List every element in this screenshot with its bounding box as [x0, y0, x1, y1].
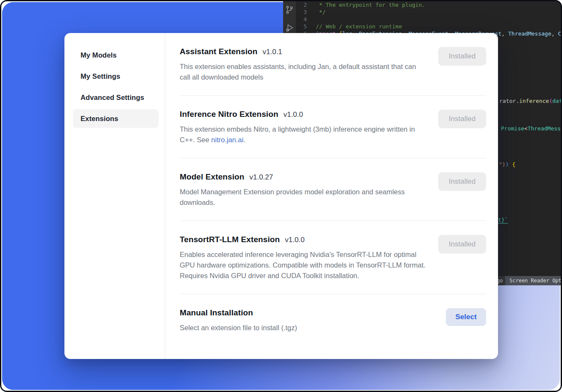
- screen-reader-optimized-badge[interactable]: Screen Reader Optimiz: [505, 276, 562, 285]
- code-fragment: t}`: [498, 216, 508, 224]
- extension-description: Enables accelerated inference leveraging…: [180, 249, 426, 281]
- code-line: 5// Web / extension runtime: [296, 23, 562, 30]
- line-number: 4: [296, 16, 307, 23]
- extension-row-model: Model Extension v1.0.27 Model Management…: [180, 158, 486, 221]
- settings-sidebar: My Models My Settings Advanced Settings …: [64, 33, 165, 359]
- extension-title: Assistant Extension: [180, 47, 258, 56]
- line-number: 3: [296, 8, 307, 16]
- code-fragment: ")) {: [499, 161, 515, 168]
- sidebar-item-extensions[interactable]: Extensions: [73, 109, 159, 128]
- manual-installation-title: Manual Installation: [180, 308, 253, 317]
- extension-title: Model Extension: [180, 172, 244, 182]
- extension-row-assistant: Assistant Extension v1.0.1 This extensio…: [180, 33, 486, 96]
- extension-description: Model Management Extension provides mode…: [180, 187, 426, 208]
- extension-description: This extension enables assistants, inclu…: [180, 61, 426, 83]
- app-screenshot: 2 * The entrypoint for the plugin. 3 */ …: [0, 0, 562, 392]
- extension-title: Inference Nitro Extension: [180, 110, 278, 119]
- code-line: 4: [296, 16, 562, 23]
- extension-version: v1.0.1: [263, 48, 282, 56]
- code-line: 3 */: [296, 8, 562, 16]
- settings-modal: My Models My Settings Advanced Settings …: [64, 33, 498, 359]
- extension-row-tensorrt-llm: TensortRT-LLM Extension v1.0.0 Enables a…: [180, 221, 486, 294]
- extensions-panel: Assistant Extension v1.0.1 This extensio…: [165, 33, 498, 359]
- extension-version: v1.0.27: [249, 173, 273, 182]
- select-file-button[interactable]: Select: [446, 308, 486, 326]
- nitro-jan-ai-link[interactable]: nitro.jan.ai: [211, 136, 243, 144]
- sidebar-item-my-models[interactable]: My Models: [73, 46, 159, 64]
- extension-title: TensortRT-LLM Extension: [180, 235, 280, 244]
- code-fragment: rator.inference(data));: [499, 97, 562, 105]
- code-fragment: Promise<ThreadMessage>: [501, 125, 562, 132]
- source-control-icon[interactable]: [285, 5, 294, 16]
- extension-version: v1.0.0: [285, 236, 304, 244]
- extension-row-inference-nitro: Inference Nitro Extension v1.0.0 This ex…: [180, 96, 486, 158]
- installed-button[interactable]: Installed: [438, 235, 486, 254]
- code-line: 2 * The entrypoint for the plugin.: [296, 1, 562, 8]
- line-number: 2: [296, 1, 307, 8]
- extension-version: v1.0.0: [284, 110, 303, 119]
- sidebar-item-my-settings[interactable]: My Settings: [73, 67, 159, 86]
- line-number: 5: [296, 23, 307, 30]
- installed-button[interactable]: Installed: [438, 172, 486, 191]
- installed-button[interactable]: Installed: [438, 47, 486, 66]
- extension-description: This extension embeds Nitro, a lightweig…: [180, 124, 426, 145]
- sidebar-item-advanced-settings[interactable]: Advanced Settings: [73, 88, 159, 107]
- manual-installation-row: Manual Installation Select an extension …: [180, 294, 486, 346]
- installed-button[interactable]: Installed: [438, 110, 486, 128]
- manual-installation-description: Select an extension file to install (.tg…: [180, 323, 428, 333]
